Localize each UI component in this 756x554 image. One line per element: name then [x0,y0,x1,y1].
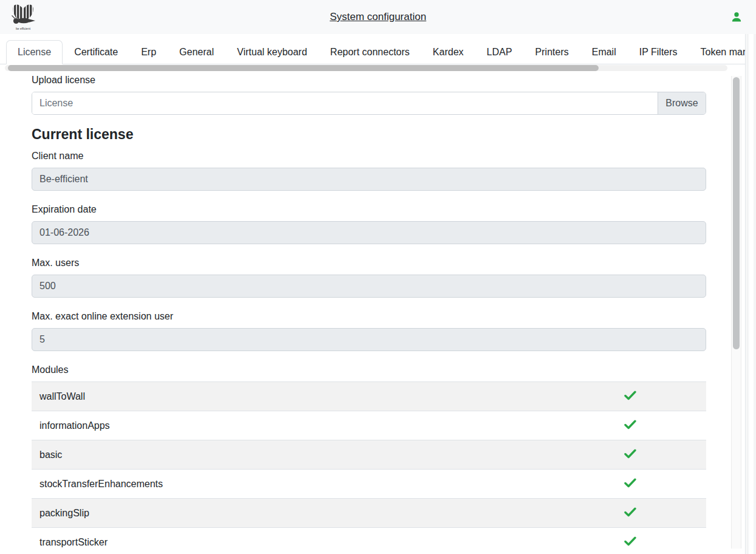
module-name: informationApps [32,411,554,440]
client-name-label: Client name [32,151,713,162]
vertical-scrollbar-track[interactable] [731,76,741,549]
tab-license[interactable]: License [6,40,63,64]
client-name-group: Client name [32,151,713,191]
page-title-link[interactable]: System configuration [0,11,756,23]
horizontal-scrollbar-thumb[interactable] [8,65,599,71]
tab-certificate[interactable]: Certificate [63,40,129,64]
module-row: wallToWall [32,382,706,411]
tab-report-connectors[interactable]: Report connectors [318,40,421,64]
module-row: packingSlip [32,499,706,528]
upload-license-label: Upload license [32,75,713,86]
max-exact-online-label: Max. exact online extension user [32,311,713,322]
module-name: transportSticker [32,528,554,554]
outer-scrollbar-gutter [746,34,756,554]
check-icon [624,449,636,459]
module-name: basic [32,440,554,470]
app-header: be efficient System configuration [0,0,756,34]
license-file-input-group: Browse [32,92,706,115]
max-exact-online-group: Max. exact online extension user [32,311,713,351]
check-icon [624,391,636,400]
settings-card: License Certificate Erp General Virtual … [0,34,746,554]
tab-virtual-keyboard[interactable]: Virtual keyboard [225,40,318,64]
modules-table: wallToWall informationApps basic [32,381,706,554]
logo-text: be efficient [16,27,31,30]
tab-bar: License Certificate Erp General Virtual … [0,34,745,64]
expiration-date-label: Expiration date [32,204,713,215]
max-users-label: Max. users [32,258,713,268]
current-license-heading: Current license [32,126,713,143]
expiration-date-group: Expiration date [32,204,713,244]
horizontal-scrollbar-track[interactable] [5,65,727,71]
module-row: basic [32,440,706,470]
module-name: stockTransferEnhancements [32,470,554,499]
browse-button[interactable]: Browse [658,92,706,114]
expiration-date-field [32,221,706,244]
license-file-input[interactable] [32,92,658,114]
tab-ldap[interactable]: LDAP [475,40,524,64]
max-users-group: Max. users [32,258,713,298]
vertical-scrollbar-thumb[interactable] [733,77,740,349]
user-menu-button[interactable] [730,11,743,23]
user-icon [730,11,743,23]
check-icon [624,478,636,488]
tab-ip-filters[interactable]: IP Filters [628,40,689,64]
module-row: stockTransferEnhancements [32,470,706,499]
max-exact-online-field [32,328,706,351]
tab-general[interactable]: General [168,40,225,64]
max-users-field [32,275,706,298]
tab-erp[interactable]: Erp [129,40,168,64]
tab-token-manager[interactable]: Token manager [689,40,746,64]
check-icon [624,420,636,429]
modules-label: Modules [32,364,713,375]
check-icon [624,507,636,517]
client-name-field [32,168,706,191]
check-icon [624,536,636,546]
module-name: packingSlip [32,499,554,528]
tab-kardex[interactable]: Kardex [421,40,475,64]
module-row: informationApps [32,411,706,440]
license-tab-panel: Upload license Browse Current license Cl… [0,71,745,554]
tab-email[interactable]: Email [580,40,628,64]
module-row: transportSticker [32,528,706,554]
tab-printers[interactable]: Printers [524,40,580,64]
module-name: wallToWall [32,382,554,411]
